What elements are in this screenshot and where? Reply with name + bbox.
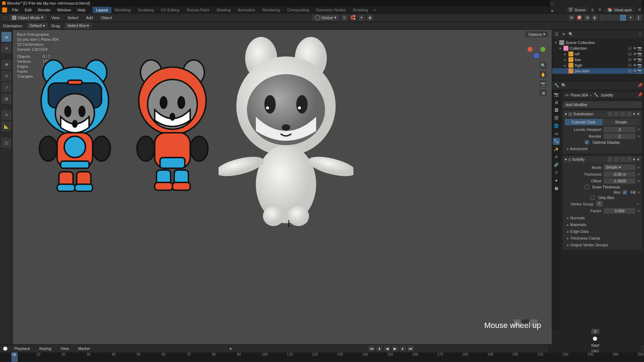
tab-world[interactable]: 🌐 bbox=[553, 122, 560, 129]
outliner-item-low[interactable]: ▸ low ☑👁📷 bbox=[552, 57, 644, 62]
timeline-type-icon[interactable]: 🕒 bbox=[3, 346, 8, 351]
advanced-section[interactable]: Advanced bbox=[565, 146, 640, 152]
outputvg-section[interactable]: Output Vertex Groups bbox=[565, 242, 640, 248]
addcube-tool[interactable]: ◫ bbox=[1, 138, 11, 148]
hide-toggle[interactable]: 👁 bbox=[633, 46, 637, 50]
tab-geonodes[interactable]: Geometry Nodes bbox=[313, 7, 349, 13]
editor-type-icon[interactable]: ⬚ bbox=[2, 15, 7, 20]
delete-viewlayer-button[interactable]: ✕ bbox=[637, 7, 642, 12]
menu-help[interactable]: Help bbox=[75, 7, 88, 13]
solid-shading[interactable] bbox=[606, 15, 613, 21]
tab-particles[interactable]: ✨ bbox=[553, 146, 560, 153]
mod-delete-button[interactable]: ✕ bbox=[637, 112, 640, 116]
even-thickness-check[interactable] bbox=[585, 185, 589, 189]
optimal-display-check[interactable]: ✓ bbox=[585, 140, 589, 144]
camera-icon[interactable]: 📷 bbox=[540, 80, 547, 87]
catmull-clark-button[interactable]: Catmull-Clark bbox=[565, 119, 602, 125]
vertex-group-field[interactable]: ⠿ bbox=[596, 201, 603, 207]
delete-scene-button[interactable]: ✕ bbox=[598, 7, 602, 12]
keyframe-prev-button[interactable]: ⏴ bbox=[376, 346, 382, 351]
tab-object[interactable]: ▭ bbox=[553, 130, 560, 137]
snap-toggle[interactable]: 🧲 bbox=[350, 15, 356, 21]
perspective-icon[interactable]: ⊞ bbox=[540, 89, 547, 97]
menu-edit[interactable]: Edit bbox=[22, 7, 34, 13]
only-rim-check[interactable] bbox=[590, 196, 595, 200]
simple-button[interactable]: Simple bbox=[602, 119, 640, 125]
preview-range-toggle[interactable]: 🕓 bbox=[593, 336, 598, 341]
factor-field[interactable]: 0.000 bbox=[604, 208, 635, 214]
visibility-dropdown[interactable]: 👁 bbox=[568, 15, 575, 21]
mod-menu-icon[interactable]: ▾ bbox=[633, 157, 635, 162]
crumb-object[interactable]: Plane.004 bbox=[571, 93, 588, 97]
disable-toggle[interactable]: 📷 bbox=[638, 46, 642, 50]
tab-output[interactable]: 🖨 bbox=[553, 99, 560, 106]
materials-section[interactable]: Materials bbox=[565, 221, 640, 228]
timeline-ruler[interactable]: 0 01020304050607080901001101201301401501… bbox=[0, 352, 644, 362]
tab-sculpting[interactable]: Sculpting bbox=[134, 7, 157, 13]
3d-viewport[interactable]: Back Orthographic (0) phu kien | Plane.0… bbox=[13, 30, 552, 344]
mod-edit-toggle[interactable] bbox=[607, 111, 612, 116]
outliner-collection[interactable]: ▾ Collection ☑👁📷 bbox=[552, 45, 644, 51]
view-menu[interactable]: View bbox=[48, 15, 62, 21]
pin-icon[interactable]: 📌 bbox=[638, 83, 643, 88]
expand-toggle[interactable]: ▾ bbox=[565, 112, 567, 116]
maximize-button[interactable]: □ bbox=[550, 1, 554, 5]
snap-dropdown[interactable]: ▾ bbox=[358, 15, 365, 21]
mode-dropdown[interactable]: Simple ▾ bbox=[604, 164, 635, 170]
matprev-shading[interactable] bbox=[613, 15, 620, 21]
gizmo-toggle[interactable]: 🎯 bbox=[576, 15, 583, 21]
proportional-toggle[interactable]: ◉ bbox=[367, 15, 373, 21]
zoom-icon[interactable]: 🔍 bbox=[540, 62, 547, 69]
add-menu[interactable]: Add bbox=[83, 15, 96, 21]
outliner-scene-collection[interactable]: ▾ Scene Collection bbox=[552, 40, 644, 45]
xray-toggle[interactable]: ◐ bbox=[592, 15, 598, 21]
mod-cage-toggle[interactable] bbox=[627, 157, 632, 162]
rendered-shading[interactable] bbox=[620, 15, 626, 21]
menu-window[interactable]: Window bbox=[54, 7, 74, 13]
anim-dot[interactable] bbox=[638, 128, 640, 131]
move-tool[interactable]: ✥ bbox=[1, 60, 11, 70]
tab-texpaint[interactable]: Texture Paint bbox=[183, 7, 213, 13]
mod-cage-toggle[interactable] bbox=[627, 111, 632, 116]
wireframe-shading[interactable] bbox=[600, 15, 606, 21]
tab-texture[interactable]: ▦ bbox=[553, 185, 560, 192]
tab-modifiers[interactable]: 🔧 bbox=[553, 138, 560, 145]
tab-scene[interactable]: 🎬 bbox=[553, 114, 560, 121]
object-menu[interactable]: Object bbox=[98, 15, 115, 21]
pin-icon[interactable]: 📌 bbox=[638, 93, 643, 97]
add-workspace-button[interactable]: + bbox=[371, 7, 378, 13]
scene-selector[interactable]: 🎬 Scene bbox=[565, 7, 588, 13]
mod-realtime-toggle[interactable] bbox=[614, 111, 619, 116]
options-dropdown[interactable]: Options ▾ bbox=[525, 31, 548, 37]
overlays-toggle[interactable]: ⊞ bbox=[584, 15, 590, 21]
thickness-field[interactable]: -0.06 m bbox=[604, 171, 635, 177]
tab-rendering[interactable]: Rendering bbox=[259, 7, 284, 13]
rotate-tool[interactable]: ⟳ bbox=[1, 71, 11, 81]
offset-field[interactable]: -1.0000 bbox=[604, 178, 635, 184]
tab-uv[interactable]: UV Editing bbox=[157, 7, 183, 13]
measure-tool[interactable]: 📐 bbox=[1, 121, 11, 131]
fill-check[interactable]: ✓ bbox=[623, 190, 627, 194]
close-button[interactable]: ✕ bbox=[550, 9, 554, 13]
pause-render-button[interactable]: ‖ bbox=[635, 15, 642, 21]
tab-animation[interactable]: Animation bbox=[234, 7, 259, 13]
render-levels-field[interactable]: 2 bbox=[604, 133, 635, 139]
tab-data[interactable]: ▽ bbox=[553, 169, 560, 176]
outliner-item-high[interactable]: ▸ high ☑👁📷 bbox=[552, 62, 644, 68]
view-menu-tl[interactable]: View bbox=[57, 346, 72, 351]
transform-tool[interactable]: ⊞ bbox=[1, 94, 11, 104]
properties-type-icon[interactable]: 🔧 bbox=[554, 83, 559, 88]
modifier-name[interactable]: Solidify bbox=[572, 157, 584, 161]
scale-tool[interactable]: ⤢ bbox=[1, 82, 11, 92]
axis-z[interactable] bbox=[534, 53, 539, 58]
new-scene-button[interactable]: ⎘ bbox=[590, 7, 595, 12]
navigation-gizmo[interactable] bbox=[528, 40, 545, 58]
outliner-item-ref[interactable]: ▸ ref ☑👁📷 bbox=[552, 51, 644, 57]
add-modifier-button[interactable]: Add Modifier bbox=[563, 101, 642, 108]
tab-viewlayer[interactable]: 🖼 bbox=[553, 106, 560, 114]
playback-menu[interactable]: Playback bbox=[11, 346, 33, 351]
menu-file[interactable]: File bbox=[9, 7, 21, 13]
edgedata-section[interactable]: Edge Data bbox=[565, 228, 640, 235]
play-button[interactable]: ▶ bbox=[392, 346, 398, 351]
mode-dropdown[interactable]: Object Mode ▾ bbox=[9, 15, 46, 21]
